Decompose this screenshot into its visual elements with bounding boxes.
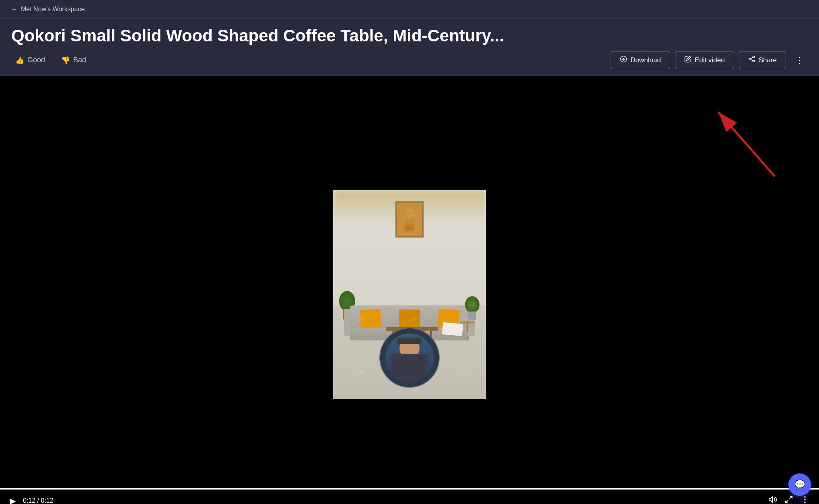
person-hat: [397, 338, 422, 344]
controls-row: ▶ 0:12 / 0:12: [0, 490, 819, 504]
more-dots-icon: ⋮: [795, 55, 804, 66]
chat-icon: 💬: [794, 479, 805, 490]
fullscreen-button[interactable]: [784, 495, 793, 504]
svg-line-6: [751, 57, 753, 59]
top-nav: ← Met Now's Workspace: [0, 0, 819, 19]
video-player[interactable]: creatify creatify creatify creatify crea…: [333, 190, 486, 399]
video-frame: creatify creatify creatify creatify crea…: [333, 190, 486, 399]
artwork-glass-icon: [403, 209, 416, 231]
toolbar-buttons: Download Edit video: [611, 51, 808, 69]
workspace-label: Met Now's Workspace: [21, 6, 84, 13]
svg-marker-9: [769, 497, 772, 502]
svg-line-5: [751, 59, 753, 61]
thumbs-up-icon: 👍: [15, 56, 24, 65]
svg-line-11: [786, 500, 788, 503]
total-time: 0:12: [41, 497, 53, 504]
bad-label: Bad: [73, 56, 86, 64]
artwork: [395, 201, 424, 238]
svg-line-8: [718, 112, 775, 176]
download-icon: [620, 55, 627, 65]
share-button[interactable]: Share: [739, 51, 786, 69]
more-options-button[interactable]: ⋮: [791, 52, 808, 69]
back-icon: ←: [11, 6, 18, 13]
person-body: [391, 354, 428, 382]
side-table-top: [460, 321, 475, 324]
side-table-leg: [467, 324, 468, 332]
plant-leaves-right: [465, 296, 479, 313]
back-button[interactable]: ← Met Now's Workspace: [11, 6, 84, 13]
edit-video-label: Edit video: [695, 56, 725, 64]
time-display: 0:12 / 0:12: [23, 497, 54, 504]
video-area: creatify creatify creatify creatify crea…: [0, 76, 819, 504]
controls-more-icon: [800, 495, 809, 504]
svg-point-12: [805, 497, 805, 498]
controls-more-button[interactable]: [800, 495, 809, 504]
svg-line-10: [790, 496, 792, 499]
actions-row: 👍 Good 👎 Bad Download: [11, 51, 808, 69]
progress-bar[interactable]: [0, 488, 819, 490]
edit-icon: [684, 55, 691, 65]
edit-video-button[interactable]: Edit video: [675, 51, 734, 69]
svg-point-2: [753, 56, 755, 58]
download-button[interactable]: Download: [611, 51, 670, 69]
controls-right: [768, 495, 809, 504]
volume-button[interactable]: [768, 495, 777, 504]
svg-point-14: [805, 502, 805, 503]
progress-fill: [0, 488, 819, 490]
red-arrow-annotation: [698, 96, 787, 186]
download-label: Download: [630, 56, 661, 64]
volume-icon: [768, 495, 777, 504]
header-area: Qokori Small Solid Wood Shaped Coffee Ta…: [0, 19, 819, 76]
plant-right: [468, 296, 479, 320]
current-time: 0:12: [23, 497, 35, 504]
title-row: Qokori Small Solid Wood Shaped Coffee Ta…: [11, 26, 808, 45]
page-title: Qokori Small Solid Wood Shaped Coffee Ta…: [11, 26, 792, 45]
play-icon: ▶: [10, 496, 16, 504]
fullscreen-icon: [784, 495, 793, 504]
sofa-back: [350, 305, 469, 328]
pillow-center: [399, 309, 420, 328]
svg-point-3: [749, 58, 751, 60]
person-circle: [385, 334, 434, 382]
rating-buttons: 👍 Good 👎 Bad: [11, 53, 90, 67]
video-controls: ▶ 0:12 / 0:12: [0, 488, 819, 504]
plant-pot-right: [468, 311, 476, 320]
play-button[interactable]: ▶: [10, 496, 16, 504]
good-button[interactable]: 👍 Good: [11, 53, 49, 67]
controls-left: ▶ 0:12 / 0:12: [10, 496, 54, 504]
side-table: [460, 321, 475, 332]
svg-point-4: [753, 60, 755, 62]
share-label: Share: [759, 56, 777, 64]
share-icon: [748, 55, 755, 65]
good-label: Good: [27, 56, 45, 64]
pillow-left: [360, 309, 381, 328]
svg-point-13: [805, 499, 805, 500]
thumbs-down-icon: 👎: [61, 56, 70, 65]
bad-button[interactable]: 👎 Bad: [57, 53, 90, 67]
presenter-overlay: [379, 328, 440, 388]
chat-button[interactable]: 💬: [788, 473, 811, 496]
